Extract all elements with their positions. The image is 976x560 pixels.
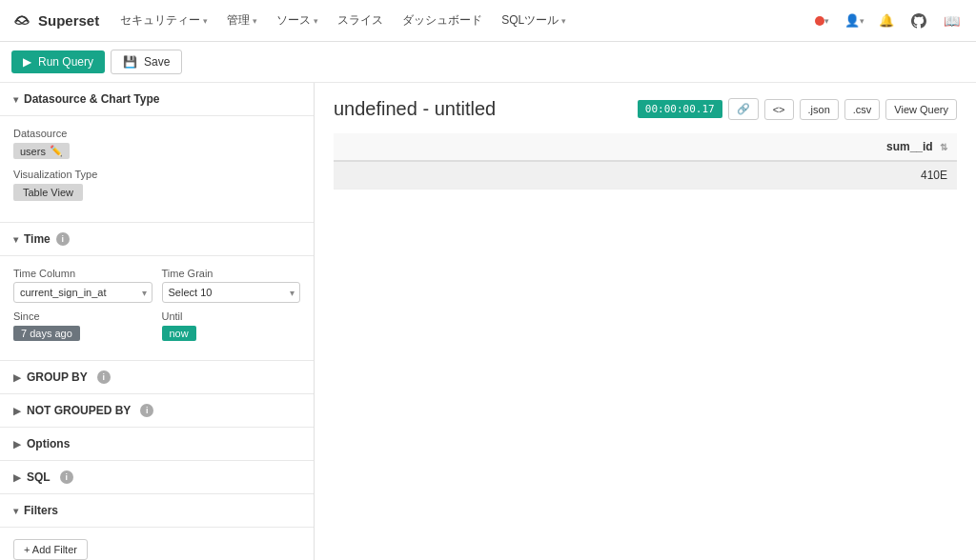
time-column-label: Time Column — [13, 268, 152, 279]
user-menu[interactable]: 👤 ▾ — [841, 8, 867, 34]
view-query-button[interactable]: View Query — [885, 99, 957, 120]
caret-icon: ▾ — [561, 16, 566, 26]
sql-info-icon[interactable]: i — [60, 470, 73, 484]
left-panel: ▾ Datasource & Chart Type Datasource use… — [0, 83, 315, 560]
result-actions: 00:00:00.17 🔗 <> .json .csv View Query — [638, 98, 957, 120]
time-section-title: Time — [24, 232, 51, 246]
book-icon[interactable]: 📖 — [938, 8, 965, 34]
since-tag[interactable]: 7 days ago — [13, 326, 80, 341]
datasource-tag[interactable]: users ✏️ — [13, 143, 70, 159]
app-logo[interactable]: Superset — [11, 10, 99, 31]
time-grain-col: Time Grain Select 10 — [162, 268, 301, 303]
csv-button[interactable]: .csv — [844, 99, 881, 120]
datasource-field: Datasource users ✏️ — [13, 128, 300, 159]
caret-icon: ▾ — [860, 16, 864, 26]
caret-icon: ▾ — [824, 16, 829, 26]
until-label: Until — [162, 310, 301, 322]
run-query-button[interactable]: ▶ Run Query — [11, 50, 105, 73]
datasource-label: Datasource — [13, 128, 300, 139]
time-grain-select[interactable]: Select 10 — [162, 282, 301, 303]
datasource-value: users — [20, 146, 46, 157]
nav-item-sqltool[interactable]: SQLツール ▾ — [494, 9, 574, 32]
until-value: now — [170, 328, 189, 339]
time-info-icon[interactable]: i — [56, 232, 70, 246]
since-value: 7 days ago — [21, 328, 72, 339]
github-icon[interactable] — [905, 8, 932, 34]
notifications-icon[interactable]: 🔔 — [873, 8, 900, 34]
not-grouped-by-title: NOT GROUPED BY — [27, 404, 131, 417]
time-section-header[interactable]: ▾ Time i — [0, 223, 314, 256]
collapse-arrow-icon: ▾ — [13, 506, 18, 516]
link-icon: 🔗 — [737, 103, 750, 115]
view-query-label: View Query — [894, 104, 948, 115]
table-header: sum__id ⇅ — [334, 133, 957, 161]
viz-type-label: Visualization Type — [13, 169, 300, 180]
user-icon: 👤 — [844, 13, 860, 28]
since-until-row: Since 7 days ago Until now — [13, 310, 300, 341]
viz-type-field: Visualization Type Table View — [13, 169, 300, 201]
sql-section-header[interactable]: ▶ SQL i — [0, 461, 314, 494]
link-button[interactable]: 🔗 — [728, 98, 759, 120]
filters-title: Filters — [24, 504, 58, 517]
nav-item-dashboard[interactable]: ダッシュボード — [395, 9, 490, 32]
nav-label-dashboard: ダッシュボード — [402, 12, 482, 29]
nav-label-sources: ソース — [276, 12, 311, 29]
nav-item-security[interactable]: セキュリティー ▾ — [112, 9, 215, 32]
nav-right-area: ▾ 👤 ▾ 🔔 📖 — [808, 8, 965, 34]
sql-title: SQL — [27, 470, 51, 484]
table-body: 410E — [334, 161, 957, 190]
nav-item-sources[interactable]: ソース ▾ — [269, 9, 326, 32]
expand-arrow-icon: ▶ — [13, 439, 21, 450]
col-sum-id[interactable]: sum__id ⇅ — [334, 133, 957, 161]
logo-icon — [11, 10, 32, 31]
time-column-select[interactable]: current_sign_in_at — [13, 282, 152, 303]
since-label: Since — [13, 310, 152, 322]
code-icon: <> — [773, 104, 785, 115]
result-table: sum__id ⇅ 410E — [334, 133, 957, 190]
viz-type-button[interactable]: Table View — [13, 184, 83, 201]
not-grouped-by-section-header[interactable]: ▶ NOT GROUPED BY i — [0, 394, 314, 428]
csv-label: .csv — [853, 104, 872, 115]
options-title: Options — [27, 437, 70, 450]
datasource-section-header[interactable]: ▾ Datasource & Chart Type — [0, 83, 314, 116]
group-by-section-header[interactable]: ▶ GROUP BY i — [0, 361, 314, 394]
viz-type-value: Table View — [23, 187, 73, 198]
caret-icon: ▾ — [253, 16, 257, 26]
not-grouped-by-info-icon[interactable]: i — [140, 404, 153, 417]
book-svg-icon: 📖 — [944, 13, 960, 29]
save-label: Save — [144, 55, 170, 69]
datasource-section-title: Datasource & Chart Type — [24, 92, 159, 106]
code-button[interactable]: <> — [764, 99, 794, 120]
filters-section-header[interactable]: ▾ Filters — [0, 494, 314, 528]
datasource-section-body: Datasource users ✏️ Visualization Type T… — [0, 116, 314, 223]
until-tag[interactable]: now — [162, 326, 196, 341]
filters-section-body: + Add Filter — [0, 528, 314, 560]
nav-item-manage[interactable]: 管理 ▾ — [219, 9, 265, 32]
options-section-header[interactable]: ▶ Options — [0, 428, 314, 461]
json-label: .json — [808, 104, 830, 115]
bell-icon: 🔔 — [879, 13, 894, 28]
time-grain-select-wrapper: Select 10 — [162, 282, 301, 303]
add-filter-label: + Add Filter — [24, 544, 77, 555]
group-by-info-icon[interactable]: i — [97, 370, 111, 384]
github-svg-icon — [911, 13, 926, 29]
status-indicator[interactable]: ▾ — [808, 8, 835, 34]
result-header: undefined - untitled 00:00:00.17 🔗 <> .j… — [334, 98, 957, 120]
collapse-arrow-icon: ▾ — [13, 234, 18, 245]
json-button[interactable]: .json — [800, 99, 839, 120]
cell-sum-id: 410E — [334, 161, 957, 190]
save-icon: 💾 — [123, 55, 137, 69]
add-filter-button[interactable]: + Add Filter — [13, 539, 88, 560]
nav-label-security: セキュリティー — [120, 12, 200, 29]
time-column-grain-row: Time Column current_sign_in_at Time Grai… — [13, 268, 300, 303]
since-col: Since 7 days ago — [13, 310, 152, 341]
collapse-arrow-icon: ▾ — [13, 94, 18, 105]
run-label: Run Query — [38, 55, 93, 69]
result-title: undefined - untitled — [334, 98, 496, 120]
table-header-row: sum__id ⇅ — [334, 133, 957, 161]
nav-item-slices[interactable]: スライス — [330, 9, 391, 32]
expand-arrow-icon: ▶ — [13, 372, 21, 383]
edit-datasource-icon[interactable]: ✏️ — [50, 145, 63, 157]
save-button[interactable]: 💾 Save — [111, 50, 182, 74]
sort-icon: ⇅ — [940, 142, 947, 152]
